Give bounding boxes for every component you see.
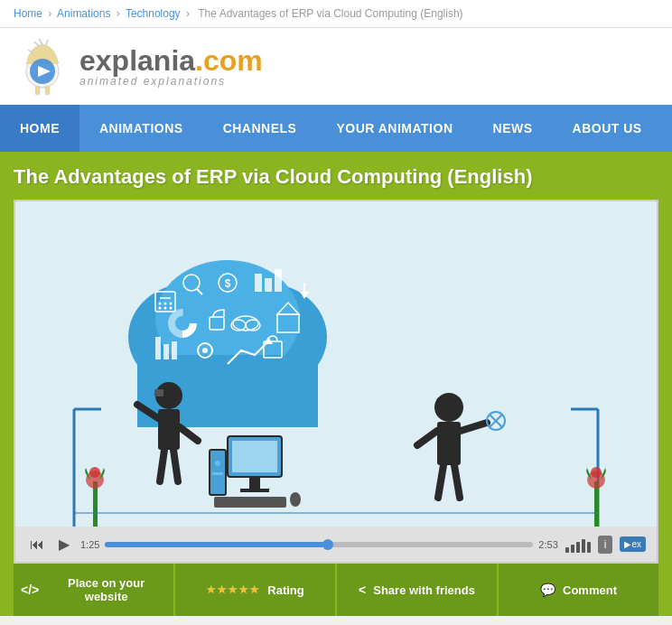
place-on-website-label: Place on your website xyxy=(46,576,166,603)
svg-rect-29 xyxy=(275,269,282,292)
svg-rect-27 xyxy=(255,274,262,292)
progress-fill xyxy=(105,542,327,547)
current-time: 1:25 xyxy=(80,539,99,550)
svg-line-60 xyxy=(173,450,178,481)
code-icon: </> xyxy=(21,583,39,597)
total-time: 2:53 xyxy=(538,539,557,550)
breadcrumb-animations[interactable]: Animations xyxy=(57,7,110,20)
logo[interactable]: explania.com animated explanations xyxy=(14,37,263,96)
share-icon: < xyxy=(359,583,366,597)
main-nav: HOME ANIMATIONS CHANNELS YOUR ANIMATION … xyxy=(0,105,672,152)
svg-line-59 xyxy=(160,450,164,481)
svg-rect-68 xyxy=(214,497,286,508)
svg-line-2 xyxy=(46,40,48,45)
svg-rect-8 xyxy=(45,86,50,95)
logo-dotcom: .com xyxy=(195,44,263,77)
video-controls: ⏮ ▶ 1:25 2:53 i ▶ex xyxy=(15,527,657,562)
svg-rect-67 xyxy=(212,472,223,475)
rating-button[interactable]: ★★★★★ Rating xyxy=(175,564,337,616)
breadcrumb: Home › Animations › Technology › The Adv… xyxy=(0,0,672,28)
svg-point-20 xyxy=(159,307,162,310)
video-player: $ xyxy=(14,200,658,564)
svg-point-18 xyxy=(164,303,167,305)
video-frame[interactable]: $ xyxy=(15,201,657,527)
share-button[interactable]: < Share with friends xyxy=(337,564,499,616)
comment-label: Comment xyxy=(563,583,617,597)
progress-thumb[interactable] xyxy=(322,539,333,550)
svg-rect-28 xyxy=(265,278,272,292)
comment-button[interactable]: 💬 Comment xyxy=(499,564,658,616)
volume-control[interactable] xyxy=(565,536,591,553)
svg-rect-72 xyxy=(437,422,461,465)
svg-point-17 xyxy=(159,303,162,305)
svg-point-19 xyxy=(170,303,173,305)
svg-point-85 xyxy=(591,467,602,478)
svg-point-66 xyxy=(215,461,220,466)
logo-icon xyxy=(14,37,72,96)
nav-news[interactable]: NEWS xyxy=(473,105,553,152)
svg-text:$: $ xyxy=(225,277,231,290)
breadcrumb-home[interactable]: Home xyxy=(14,7,42,20)
svg-point-21 xyxy=(164,307,167,310)
branding-button[interactable]: ▶ex xyxy=(620,536,646,552)
nav-your-animation[interactable]: YOUR ANIMATION xyxy=(316,105,472,152)
content-area: The Advantages of ERP via Cloud Computin… xyxy=(0,152,672,616)
svg-rect-62 xyxy=(232,441,277,472)
breadcrumb-technology[interactable]: Technology xyxy=(126,7,181,20)
svg-rect-56 xyxy=(158,409,180,450)
svg-rect-40 xyxy=(155,337,161,359)
svg-rect-55 xyxy=(154,389,163,396)
svg-point-82 xyxy=(89,467,100,478)
svg-point-69 xyxy=(290,492,301,507)
breadcrumb-current: The Advantages of ERP via Cloud Computin… xyxy=(198,7,462,20)
svg-rect-64 xyxy=(240,489,269,492)
svg-point-44 xyxy=(202,348,208,353)
svg-rect-63 xyxy=(249,477,260,490)
svg-rect-9 xyxy=(15,201,657,527)
comment-icon: 💬 xyxy=(540,583,555,597)
nav-about-us[interactable]: ABOUT US xyxy=(553,105,662,152)
nav-animations[interactable]: ANIMATIONS xyxy=(79,105,203,152)
svg-rect-41 xyxy=(163,344,169,359)
share-label: Share with friends xyxy=(373,583,475,597)
stars-icon: ★★★★★ xyxy=(206,583,260,596)
rating-label: Rating xyxy=(267,583,303,597)
video-title: The Advantages of ERP via Cloud Computin… xyxy=(14,165,658,189)
svg-rect-71 xyxy=(436,396,462,407)
svg-line-1 xyxy=(39,39,42,44)
info-button[interactable]: i xyxy=(598,536,613,554)
rewind-button[interactable]: ⏮ xyxy=(26,535,48,555)
place-on-website-button[interactable]: </> Place on your website xyxy=(14,564,175,616)
video-illustration: $ xyxy=(15,201,657,527)
svg-rect-42 xyxy=(172,341,177,359)
action-bar: </> Place on your website ★★★★★ Rating <… xyxy=(14,564,658,616)
nav-channels[interactable]: CHANNELS xyxy=(203,105,317,152)
play-button[interactable]: ▶ xyxy=(55,534,73,555)
svg-point-22 xyxy=(170,307,173,310)
logo-tagline: animated explanations xyxy=(79,75,263,88)
svg-rect-7 xyxy=(35,86,40,95)
nav-home[interactable]: HOME xyxy=(0,105,79,152)
logo-text: explania.com animated explanations xyxy=(79,46,263,88)
svg-line-3 xyxy=(34,42,39,46)
logo-explania: explania xyxy=(79,44,195,77)
site-header: explania.com animated explanations xyxy=(0,28,672,105)
progress-container: 1:25 2:53 xyxy=(80,539,558,550)
progress-bar[interactable] xyxy=(105,542,533,547)
